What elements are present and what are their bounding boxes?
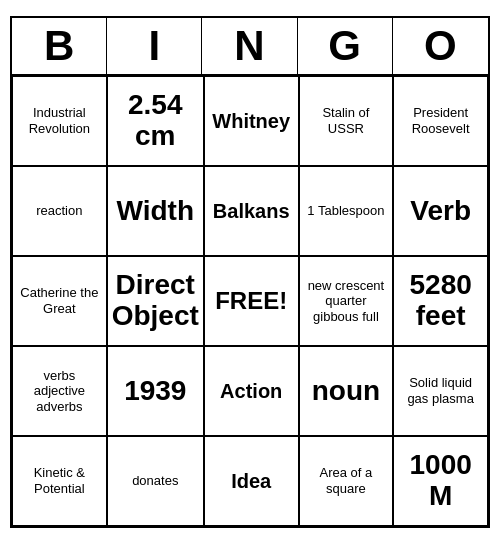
bingo-cell-22: Idea <box>204 436 299 526</box>
bingo-cell-5: reaction <box>12 166 107 256</box>
header-letter-g: G <box>298 18 393 74</box>
bingo-cell-15: verbs adjective adverbs <box>12 346 107 436</box>
bingo-cell-20: Kinetic & Potential <box>12 436 107 526</box>
bingo-cell-3: Stalin of USSR <box>299 76 394 166</box>
bingo-cell-24: 1000 M <box>393 436 488 526</box>
bingo-cell-17: Action <box>204 346 299 436</box>
bingo-cell-18: noun <box>299 346 394 436</box>
header-letter-i: I <box>107 18 202 74</box>
bingo-cell-21: donates <box>107 436 204 526</box>
bingo-cell-16: 1939 <box>107 346 204 436</box>
bingo-cell-0: Industrial Revolution <box>12 76 107 166</box>
bingo-cell-23: Area of a square <box>299 436 394 526</box>
bingo-grid: Industrial Revolution2.54 cmWhitneyStali… <box>12 76 488 526</box>
bingo-cell-1: 2.54 cm <box>107 76 204 166</box>
bingo-cell-6: Width <box>107 166 204 256</box>
bingo-header: BINGO <box>12 18 488 76</box>
bingo-card: BINGO Industrial Revolution2.54 cmWhitne… <box>10 16 490 528</box>
bingo-cell-12: FREE! <box>204 256 299 346</box>
bingo-cell-8: 1 Tablespoon <box>299 166 394 256</box>
header-letter-n: N <box>202 18 297 74</box>
bingo-cell-2: Whitney <box>204 76 299 166</box>
bingo-cell-7: Balkans <box>204 166 299 256</box>
header-letter-b: B <box>12 18 107 74</box>
bingo-cell-19: Solid liquid gas plasma <box>393 346 488 436</box>
bingo-cell-10: Catherine the Great <box>12 256 107 346</box>
bingo-cell-4: President Roosevelt <box>393 76 488 166</box>
bingo-cell-13: new crescent quarter gibbous full <box>299 256 394 346</box>
header-letter-o: O <box>393 18 488 74</box>
bingo-cell-14: 5280 feet <box>393 256 488 346</box>
bingo-cell-9: Verb <box>393 166 488 256</box>
bingo-cell-11: Direct Object <box>107 256 204 346</box>
